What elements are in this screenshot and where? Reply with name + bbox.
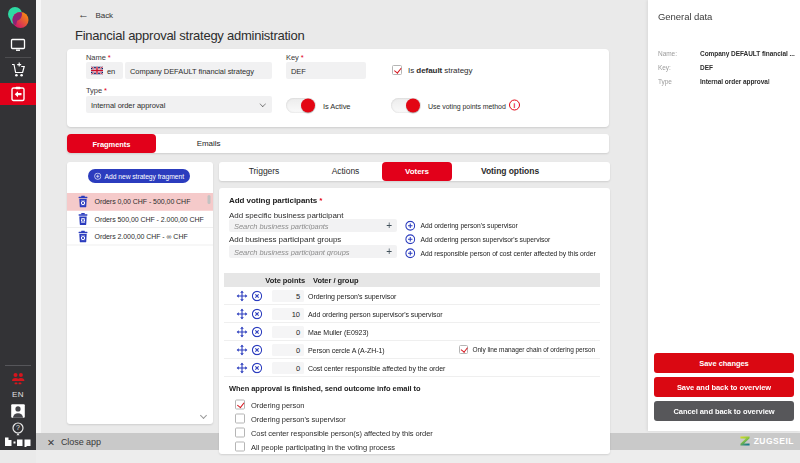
vote-points-value[interactable]: 0 bbox=[272, 362, 304, 374]
subtab-voting-options[interactable]: Voting options bbox=[452, 162, 568, 181]
sidebar-item-profile[interactable] bbox=[0, 403, 36, 419]
save-changes-button[interactable]: Save changes bbox=[654, 353, 794, 373]
name-input[interactable]: Company DEFAULT financial strategy bbox=[125, 62, 272, 79]
add-supervisor-link[interactable]: Add ordering person's supervisor bbox=[405, 221, 518, 232]
content-scroll-gutter bbox=[36, 0, 41, 433]
email-option-checkbox[interactable] bbox=[235, 400, 245, 410]
voting-points-toggle[interactable] bbox=[391, 98, 421, 113]
people-red-icon bbox=[11, 372, 26, 385]
type-select[interactable]: Internal order approval bbox=[86, 96, 272, 113]
vote-points-value[interactable]: 0 bbox=[272, 326, 304, 338]
plus-icon[interactable]: + bbox=[386, 220, 392, 230]
is-default-checkbox-row: Is default strategy bbox=[392, 65, 472, 75]
language-switcher[interactable]: EN bbox=[0, 389, 36, 400]
key-label: Key * bbox=[286, 53, 304, 62]
general-data-panel: General data Name: Company DEFAULT finan… bbox=[648, 0, 800, 431]
voter-name: Mae Muller (E0923) bbox=[308, 328, 369, 336]
subtab-voters[interactable]: Voters bbox=[382, 162, 452, 181]
search-business-participants-input[interactable]: Search business participants + bbox=[229, 219, 397, 232]
info-icon[interactable]: i bbox=[509, 100, 520, 111]
strategy-form-card: Name * en Company DEFAULT financial stra… bbox=[67, 49, 609, 127]
fragment-item[interactable]: Orders 0,00 CHF - 500,00 CHF bbox=[67, 193, 213, 211]
email-option-row: Ordering person bbox=[235, 400, 304, 410]
move-icon[interactable] bbox=[237, 363, 248, 374]
name-label: Name * bbox=[86, 53, 111, 62]
is-default-checkbox[interactable] bbox=[392, 65, 402, 75]
search-participant-groups-input[interactable]: Search business participant groups + bbox=[229, 245, 397, 258]
scroll-down-icon[interactable] bbox=[200, 412, 207, 419]
move-icon[interactable] bbox=[237, 345, 248, 356]
voter-row: 10 Add ordering person supervisor's supe… bbox=[224, 305, 600, 323]
sidebar-item-cart[interactable] bbox=[0, 61, 36, 79]
email-outcome-heading: When approval is finished, send outcome … bbox=[229, 384, 421, 393]
col-voter-group: Voter / group bbox=[313, 276, 358, 285]
email-option-row: All people participating in the voting p… bbox=[235, 442, 395, 452]
add-cost-center-responsible-link[interactable]: Add responsible person of cost center af… bbox=[405, 248, 596, 259]
scrollbar-thumb[interactable] bbox=[208, 195, 211, 204]
remove-icon[interactable] bbox=[252, 327, 263, 338]
gd-key-value: DEF bbox=[700, 64, 713, 72]
plus-icon[interactable]: + bbox=[386, 246, 392, 256]
remove-icon[interactable] bbox=[252, 309, 263, 320]
vote-points-value[interactable]: 5 bbox=[272, 290, 304, 302]
bp-logo-icon bbox=[4, 437, 32, 447]
voters-panel: Add voting participants * Add specific b… bbox=[219, 188, 610, 454]
trash-icon[interactable] bbox=[78, 195, 88, 207]
email-option-row: Ordering person's supervisor bbox=[235, 414, 346, 424]
move-icon[interactable] bbox=[237, 309, 248, 320]
vote-points-value[interactable]: 0 bbox=[272, 344, 304, 356]
sidebar-divider bbox=[5, 57, 31, 58]
fragment-item[interactable]: Orders 500,00 CHF - 2.000,00 CHF bbox=[67, 211, 213, 229]
remove-icon[interactable] bbox=[252, 291, 263, 302]
language-code: en bbox=[107, 66, 115, 75]
svg-text:?: ? bbox=[16, 424, 20, 431]
chevron-down-icon bbox=[260, 101, 266, 107]
cancel-and-back-button[interactable]: Cancel and back to overview bbox=[654, 401, 794, 421]
line-manager-chain-checkbox[interactable] bbox=[459, 345, 468, 354]
email-option-checkbox[interactable] bbox=[235, 442, 245, 452]
app-logo-icon bbox=[6, 5, 30, 31]
email-option-checkbox[interactable] bbox=[235, 428, 245, 438]
uk-flag-icon bbox=[91, 67, 103, 75]
close-app-button[interactable]: ✕ Close app bbox=[47, 437, 101, 448]
voter-row: 0 Cost center responsible affected by th… bbox=[224, 359, 600, 377]
move-icon[interactable] bbox=[237, 327, 248, 338]
page-title: Financial approval strategy administrati… bbox=[75, 28, 304, 44]
gd-name-label: Name: bbox=[658, 50, 677, 58]
add-supervisors-supervisor-link[interactable]: Add ordering person supervisor's supervi… bbox=[405, 234, 550, 245]
language-prefix[interactable]: en bbox=[86, 62, 123, 79]
remove-icon[interactable] bbox=[252, 345, 263, 356]
save-and-back-button[interactable]: Save and back to overview bbox=[654, 377, 794, 397]
trash-icon[interactable] bbox=[78, 230, 88, 242]
back-button[interactable]: ← Back bbox=[78, 11, 113, 20]
toggle-knob bbox=[406, 99, 420, 113]
is-active-toggle[interactable] bbox=[286, 98, 316, 113]
sidebar-item-approval-active[interactable] bbox=[0, 83, 36, 105]
sidebar-item-participants[interactable] bbox=[0, 371, 36, 386]
gd-type-value: Internal order approval bbox=[700, 78, 770, 86]
monitor-icon bbox=[10, 38, 26, 52]
is-default-label: Is default strategy bbox=[408, 66, 472, 75]
vote-points-value[interactable]: 10 bbox=[272, 308, 304, 320]
tab-emails[interactable]: Emails bbox=[156, 134, 261, 153]
circle-plus-icon bbox=[405, 221, 416, 232]
tab-fragments[interactable]: Fragments bbox=[67, 134, 156, 153]
sidebar-item-dashboard[interactable] bbox=[0, 36, 36, 54]
voter-row: 5 Ordering person's supervisor bbox=[224, 287, 600, 305]
add-strategy-fragment-button[interactable]: Add new strategy fragment bbox=[88, 169, 190, 183]
subtab-triggers[interactable]: Triggers bbox=[219, 162, 309, 181]
fragment-item[interactable]: Orders 2.000,00 CHF - ∞ CHF bbox=[67, 228, 213, 246]
app-logo[interactable] bbox=[0, 4, 36, 32]
remove-icon[interactable] bbox=[252, 363, 263, 374]
subtab-actions[interactable]: Actions bbox=[309, 162, 382, 181]
close-icon: ✕ bbox=[47, 438, 55, 448]
zugseil-z-icon bbox=[740, 436, 751, 447]
brand-logo: ZUGSEIL bbox=[740, 436, 794, 447]
email-option-checkbox[interactable] bbox=[235, 414, 245, 424]
key-input[interactable]: DEF bbox=[286, 62, 366, 79]
trash-icon[interactable] bbox=[78, 213, 88, 225]
voter-name: Ordering person's supervisor bbox=[308, 292, 396, 300]
move-icon[interactable] bbox=[237, 291, 248, 302]
circle-plus-icon bbox=[405, 234, 416, 245]
sidebar-item-help[interactable]: ? bbox=[0, 422, 36, 436]
